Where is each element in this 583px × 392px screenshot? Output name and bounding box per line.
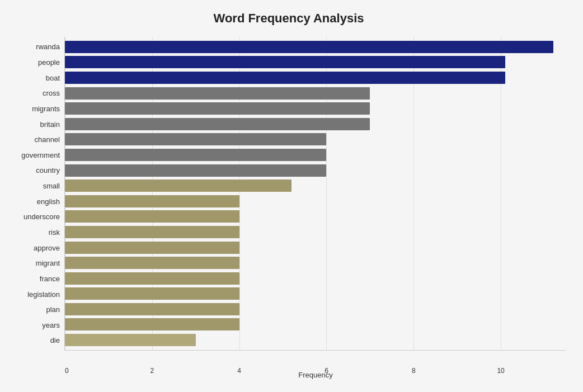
- bar: [65, 87, 370, 100]
- bar: [65, 72, 505, 84]
- bar-row: [65, 86, 566, 101]
- bar: [65, 272, 239, 285]
- bar: [65, 41, 553, 53]
- y-label: country: [36, 167, 60, 174]
- y-label: rwanda: [36, 43, 60, 50]
- bar: [65, 318, 239, 330]
- bar: [65, 195, 239, 207]
- bar-row: [65, 178, 566, 193]
- bar-row: [65, 101, 566, 116]
- x-tick-label: 0: [65, 367, 69, 375]
- bar-row: [65, 70, 566, 85]
- y-label: migrants: [32, 105, 60, 112]
- x-tick-label: 4: [237, 367, 241, 375]
- y-label: migrant: [36, 259, 60, 267]
- y-label: legislation: [27, 291, 60, 298]
- x-axis-title: Frequency: [298, 371, 332, 379]
- y-label: small: [43, 182, 60, 190]
- y-label: plan: [46, 306, 60, 313]
- bar-row: [65, 256, 566, 270]
- bar: [65, 334, 196, 346]
- bar-row: [65, 333, 566, 347]
- bar: [65, 226, 239, 238]
- plot-area: 0246810 Frequency: [64, 37, 566, 351]
- bar: [65, 180, 292, 192]
- y-label: britain: [40, 121, 60, 128]
- bar: [65, 56, 505, 68]
- y-label: boat: [46, 74, 60, 82]
- bar-row: [65, 225, 566, 239]
- y-label: channel: [34, 136, 60, 143]
- chart-area: rwandapeopleboatcrossmigrantsbritainchan…: [11, 37, 566, 351]
- bar: [65, 303, 239, 315]
- y-label: cross: [43, 89, 60, 97]
- bar-row: [65, 271, 566, 286]
- bar-row: [65, 163, 566, 178]
- bar-row: [65, 40, 566, 54]
- bar: [65, 133, 326, 145]
- x-tick-label: 8: [412, 367, 416, 375]
- bar-row: [65, 132, 566, 147]
- y-label: underscore: [23, 213, 60, 220]
- y-label: people: [38, 59, 60, 66]
- bar: [65, 210, 239, 223]
- bar-row: [65, 209, 566, 224]
- bar-row: [65, 117, 566, 131]
- x-tick-label: 10: [497, 367, 504, 375]
- y-label: france: [40, 275, 60, 282]
- y-label: risk: [49, 229, 60, 236]
- y-label: approve: [34, 244, 60, 252]
- x-tick-label: 2: [150, 367, 154, 375]
- bar: [65, 118, 370, 130]
- bar: [65, 102, 370, 115]
- bar: [65, 164, 326, 177]
- bar: [65, 257, 239, 269]
- bar-row: [65, 240, 566, 255]
- bar-row: [65, 286, 566, 301]
- bars-container: [65, 37, 566, 350]
- chart-title: Word Frequency Analysis: [11, 11, 566, 26]
- bar-row: [65, 148, 566, 162]
- y-label: years: [42, 322, 60, 329]
- bar-row: [65, 302, 566, 317]
- y-axis: rwandapeopleboatcrossmigrantsbritainchan…: [11, 37, 64, 351]
- chart-container: Word Frequency Analysis rwandapeopleboat…: [0, 0, 583, 392]
- bar-row: [65, 317, 566, 332]
- y-label: english: [37, 198, 60, 205]
- y-label: government: [21, 152, 60, 159]
- y-label: die: [50, 337, 60, 344]
- bar-row: [65, 194, 566, 209]
- bar: [65, 287, 239, 300]
- bar: [65, 242, 239, 254]
- bar-row: [65, 55, 566, 69]
- bar: [65, 149, 326, 161]
